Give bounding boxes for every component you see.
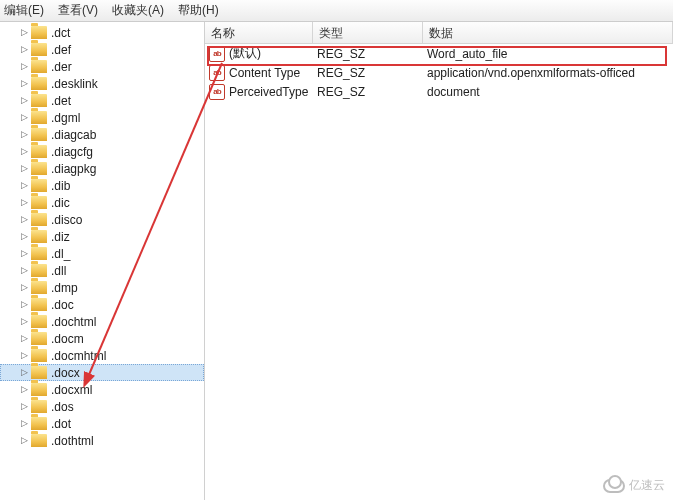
expand-icon[interactable]: ▷ [20,113,29,122]
value-name: Content Type [229,66,317,80]
folder-icon [31,417,47,430]
tree-item-label: .docm [51,332,84,346]
tree-item-label: .docxml [51,383,92,397]
tree-item[interactable]: ▷.dochtml [0,313,204,330]
tree-item-label: .dgml [51,111,80,125]
folder-icon [31,400,47,413]
tree-item-label: .dothtml [51,434,94,448]
menu-help[interactable]: 帮助(H) [178,2,219,19]
list-row[interactable]: abContent TypeREG_SZapplication/vnd.open… [205,63,673,82]
tree-item[interactable]: ▷.desklink [0,75,204,92]
tree-item-label: .der [51,60,72,74]
expand-icon[interactable]: ▷ [20,62,29,71]
expand-icon[interactable]: ▷ [20,266,29,275]
value-name: PerceivedType [229,85,317,99]
tree-item[interactable]: ▷.doc [0,296,204,313]
expand-icon[interactable]: ▷ [20,334,29,343]
tree-item[interactable]: ▷.disco [0,211,204,228]
tree-item[interactable]: ▷.dic [0,194,204,211]
tree-item[interactable]: ▷.diagcfg [0,143,204,160]
tree-item-label: .diagpkg [51,162,96,176]
expand-icon[interactable]: ▷ [20,215,29,224]
folder-icon [31,315,47,328]
expand-icon[interactable]: ▷ [20,198,29,207]
value-type: REG_SZ [317,66,427,80]
expand-icon[interactable]: ▷ [20,385,29,394]
tree-item-label: .diagcab [51,128,96,142]
string-value-icon: ab [209,84,225,100]
tree-item-label: .dmp [51,281,78,295]
tree-item[interactable]: ▷.docxml [0,381,204,398]
expand-icon[interactable]: ▷ [20,164,29,173]
value-data: Word_auto_file [427,47,673,61]
tree-item-label: .docmhtml [51,349,106,363]
folder-icon [31,94,47,107]
tree-item[interactable]: ▷.dl_ [0,245,204,262]
menu-edit[interactable]: 编辑(E) [4,2,44,19]
tree-pane[interactable]: ▷.dct▷.def▷.der▷.desklink▷.det▷.dgml▷.di… [0,22,205,500]
folder-icon [31,332,47,345]
expand-icon[interactable]: ▷ [20,436,29,445]
tree-item[interactable]: ▷.def [0,41,204,58]
tree-item[interactable]: ▷.dgml [0,109,204,126]
tree-item[interactable]: ▷.dot [0,415,204,432]
folder-icon [31,366,47,379]
expand-icon[interactable]: ▷ [20,45,29,54]
header-type[interactable]: 类型 [313,22,423,43]
folder-icon [31,179,47,192]
expand-icon[interactable]: ▷ [20,368,29,377]
expand-icon[interactable]: ▷ [20,419,29,428]
expand-icon[interactable]: ▷ [20,181,29,190]
folder-icon [31,196,47,209]
list-pane[interactable]: 名称 类型 数据 ab(默认)REG_SZWord_auto_fileabCon… [205,22,673,500]
tree-item[interactable]: ▷.docmhtml [0,347,204,364]
folder-icon [31,383,47,396]
tree-item[interactable]: ▷.docm [0,330,204,347]
value-data: application/vnd.openxmlformats-officed [427,66,673,80]
tree-item[interactable]: ▷.dib [0,177,204,194]
folder-icon [31,128,47,141]
expand-icon[interactable]: ▷ [20,351,29,360]
expand-icon[interactable]: ▷ [20,28,29,37]
expand-icon[interactable]: ▷ [20,249,29,258]
tree-item-label: .dct [51,26,70,40]
expand-icon[interactable]: ▷ [20,79,29,88]
tree-item[interactable]: ▷.diagcab [0,126,204,143]
tree-item[interactable]: ▷.det [0,92,204,109]
expand-icon[interactable]: ▷ [20,232,29,241]
tree-item-label: .desklink [51,77,98,91]
tree-item[interactable]: ▷.diagpkg [0,160,204,177]
expand-icon[interactable]: ▷ [20,96,29,105]
folder-icon [31,230,47,243]
tree-item[interactable]: ▷.diz [0,228,204,245]
tree-item-label: .disco [51,213,82,227]
menu-view[interactable]: 查看(V) [58,2,98,19]
folder-icon [31,26,47,39]
expand-icon[interactable]: ▷ [20,402,29,411]
folder-icon [31,43,47,56]
tree-item[interactable]: ▷.dct [0,24,204,41]
tree-item-label: .diz [51,230,70,244]
tree-item-label: .dic [51,196,70,210]
tree-item[interactable]: ▷.dothtml [0,432,204,449]
tree-item[interactable]: ▷.dos [0,398,204,415]
tree-item-label: .dochtml [51,315,96,329]
value-data: document [427,85,673,99]
header-name[interactable]: 名称 [205,22,313,43]
expand-icon[interactable]: ▷ [20,300,29,309]
folder-icon [31,247,47,260]
menu-favorites[interactable]: 收藏夹(A) [112,2,164,19]
expand-icon[interactable]: ▷ [20,130,29,139]
tree-item[interactable]: ▷.docx [0,364,204,381]
list-row[interactable]: abPerceivedTypeREG_SZdocument [205,82,673,101]
tree-item[interactable]: ▷.der [0,58,204,75]
tree-item[interactable]: ▷.dmp [0,279,204,296]
expand-icon[interactable]: ▷ [20,283,29,292]
expand-icon[interactable]: ▷ [20,147,29,156]
list-row[interactable]: ab(默认)REG_SZWord_auto_file [205,44,673,63]
header-data[interactable]: 数据 [423,22,673,43]
expand-icon[interactable]: ▷ [20,317,29,326]
menu-bar: 编辑(E) 查看(V) 收藏夹(A) 帮助(H) [0,0,673,22]
tree-item-label: .dl_ [51,247,70,261]
tree-item[interactable]: ▷.dll [0,262,204,279]
